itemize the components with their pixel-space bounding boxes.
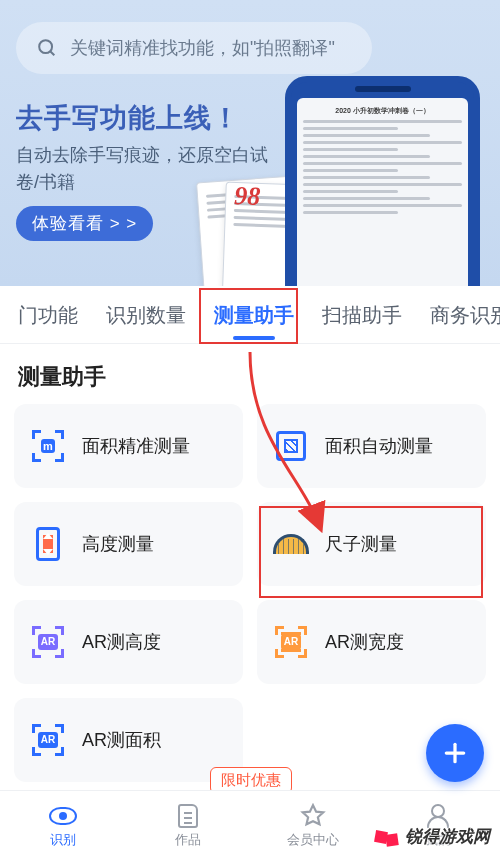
ar-height-icon: AR: [28, 622, 68, 662]
card-label: 尺子测量: [325, 532, 397, 556]
nav-works[interactable]: 作品: [125, 804, 250, 849]
watermark-logo-icon: [375, 831, 401, 843]
tab-recognition-count[interactable]: 识别数量: [92, 286, 200, 344]
card-ar-width[interactable]: AR AR测宽度: [257, 600, 486, 684]
card-height[interactable]: 高度测量: [14, 502, 243, 586]
banner-title: 去手写功能上线！: [16, 100, 484, 136]
card-ar-height[interactable]: AR AR测高度: [14, 600, 243, 684]
add-fab[interactable]: [426, 724, 484, 782]
search-input[interactable]: [70, 38, 352, 59]
tab-scan[interactable]: 扫描助手: [308, 286, 416, 344]
card-ruler[interactable]: 尺子测量: [257, 502, 486, 586]
feature-grid: m 面积精准测量 面积自动测量 高度测量 尺子测量 AR AR测高度 AR AR…: [0, 404, 500, 794]
nav-label: 作品: [175, 831, 201, 849]
card-label: AR测面积: [82, 728, 161, 752]
search-bar[interactable]: [16, 22, 372, 74]
ar-width-icon: AR: [271, 622, 311, 662]
promo-banner: 去手写功能上线！ 自动去除手写痕迹，还原空白试卷/书籍 体验看看 > > 98 …: [0, 0, 500, 286]
card-area-auto[interactable]: 面积自动测量: [257, 404, 486, 488]
try-now-button[interactable]: 体验看看 > >: [16, 206, 153, 241]
ar-area-icon: AR: [28, 720, 68, 760]
tab-business[interactable]: 商务识别: [416, 286, 500, 344]
tab-popular[interactable]: 门功能: [4, 286, 92, 344]
watermark-brand: 锐得游戏网: [405, 825, 490, 848]
tab-measurement[interactable]: 测量助手: [200, 286, 308, 344]
nav-recognize[interactable]: 识别: [0, 804, 125, 849]
star-icon: [299, 804, 327, 828]
card-label: 面积自动测量: [325, 434, 433, 458]
height-icon: [28, 524, 68, 564]
category-tabs: 门功能 识别数量 测量助手 扫描助手 商务识别: [0, 286, 500, 344]
search-icon: [36, 37, 58, 59]
banner-subtitle: 自动去除手写痕迹，还原空白试卷/书籍: [16, 142, 276, 196]
watermark: 锐得游戏网: [375, 825, 490, 848]
svg-line-1: [50, 51, 54, 55]
area-auto-icon: [271, 426, 311, 466]
card-label: 面积精准测量: [82, 434, 190, 458]
card-label: AR测高度: [82, 630, 161, 654]
plus-icon: [442, 740, 468, 766]
card-area-precise[interactable]: m 面积精准测量: [14, 404, 243, 488]
nav-membership[interactable]: 会员中心: [250, 804, 375, 849]
area-precise-icon: m: [28, 426, 68, 466]
ruler-icon: [271, 524, 311, 564]
card-label: AR测宽度: [325, 630, 404, 654]
section-title: 测量助手: [0, 344, 500, 404]
eye-icon: [49, 804, 77, 828]
nav-label: 会员中心: [287, 831, 339, 849]
nav-label: 识别: [50, 831, 76, 849]
document-icon: [174, 804, 202, 828]
card-ar-area[interactable]: AR AR测面积: [14, 698, 243, 782]
svg-point-0: [39, 40, 52, 53]
card-label: 高度测量: [82, 532, 154, 556]
